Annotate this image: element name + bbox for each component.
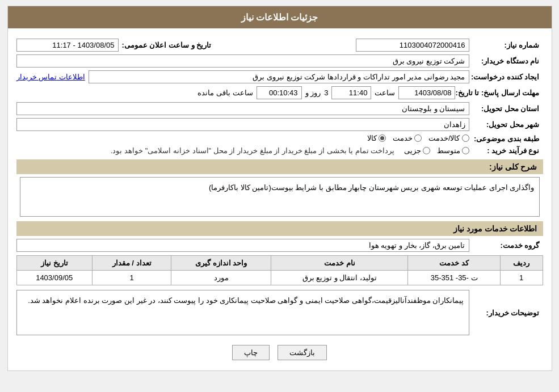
announce-date-value: 1403/08/05 - 11:17 (16, 39, 119, 52)
remaining-label: ساعت باقی مانده (197, 88, 253, 97)
category-option-goods: کالا (367, 134, 386, 142)
page-container: جزئیات اطلاعات نیاز شماره نیاز: 11030040… (7, 6, 552, 371)
buyer-notes-text: پیمانکاران موظفندآنالیزقیمت،گواهی صلاحیت… (16, 290, 469, 335)
city-row: شهر محل تحویل: زاهدان (16, 118, 543, 131)
process-option-medium: متوسط (437, 146, 469, 155)
table-cell-unit: مورد (171, 271, 271, 285)
reply-time-label: ساعت (375, 88, 395, 97)
creator-value: مجید رضوانی مدیر امور تداراکات و قرارداد… (16, 70, 469, 83)
province-input: سیستان و بلوچستان (16, 102, 469, 115)
summary-row: واگذاری اجرای عملیات توسعه شهری بریس شهر… (16, 177, 543, 217)
table-cell-code: ت -35- 351-35 (408, 271, 500, 285)
table-cell-name: تولید، انتقال و توزیع برق (271, 271, 408, 285)
table-cell-count: 1 (92, 271, 171, 285)
col-name: نام خدمت (271, 256, 408, 271)
buyer-notes-value: پیمانکاران موظفندآنالیزقیمت،گواهی صلاحیت… (16, 290, 469, 335)
process-radio-medium[interactable] (462, 147, 469, 154)
reply-day-label: روز و (305, 88, 321, 97)
col-row: ردیف (500, 256, 543, 271)
content-area: شماره نیاز: 1103004072000416 تاریخ و ساع… (8, 28, 552, 370)
print-button[interactable]: چاپ (232, 345, 270, 360)
buyer-notes-row: توضیحات خریدار: پیمانکاران موظفندآنالیزق… (16, 290, 543, 335)
city-value: زاهدان (16, 118, 469, 131)
province-label: استان محل تحویل: (469, 104, 543, 113)
category-radio-goods[interactable] (379, 134, 386, 142)
back-button[interactable]: بازگشت (278, 345, 327, 360)
category-options: کالا/خدمت خدمت کالا (16, 134, 469, 144)
summary-section-header: شرح کلی نیاز: (16, 159, 543, 174)
need-number-value: 1103004072000416 تاریخ و ساعت اعلان عموم… (16, 39, 469, 52)
reply-date: 1403/08/08 (398, 86, 455, 99)
city-label: شهر محل تحویل: (469, 120, 543, 129)
remaining-time: 00:10:43 (257, 86, 302, 99)
col-date: تاریخ نیاز (16, 256, 92, 271)
buyer-org-row: نام دستگاه خریدار: شرکت توزیع نیروی برق (16, 54, 543, 68)
reply-deadline-value: 1403/08/08 ساعت 11:40 3 روز و 00:10:43 س… (16, 86, 456, 99)
need-number-label: شماره نیاز: (469, 41, 543, 49)
process-row: نوع فرآیند خرید : متوسط جزیی پرداخت تمام… (16, 146, 543, 155)
creator-label: ایجاد کننده درخواست: (469, 73, 543, 81)
service-info-section-header: اطلاعات خدمات مورد نیاز (16, 221, 543, 236)
need-number-input: 1103004072000416 (356, 39, 469, 52)
category-option-goods-service: کالا/خدمت (428, 134, 469, 142)
reply-deadline-row: مهلت ارسال پاسخ: تا تاریخ: 1403/08/08 سا… (16, 86, 543, 99)
service-group-label: گروه خدمت: (469, 241, 543, 250)
process-radio-partial[interactable] (423, 147, 430, 154)
creator-contact-link[interactable]: اطلاعات تماس خریدار (16, 73, 85, 81)
table-header-row: ردیف کد خدمت نام خدمت واحد اندازه گیری ت… (16, 256, 543, 271)
summary-text: واگذاری اجرای عملیات توسعه شهری بریس شهر… (20, 177, 540, 217)
reply-time: 11:40 (331, 86, 371, 99)
buttons-row: بازگشت چاپ (16, 338, 543, 365)
service-group-row: گروه خدمت: تامین برق، گاز، بخار و تهویه … (16, 239, 543, 252)
creator-row: ایجاد کننده درخواست: مجید رضوانی مدیر ام… (16, 70, 543, 83)
process-note: پرداخت تمام یا بخشی از مبلغ خریدار از مب… (111, 146, 395, 155)
category-option-service: خدمت (393, 134, 422, 142)
service-info-label: اطلاعات خدمات مورد نیاز (453, 224, 537, 233)
announce-date-label: تاریخ و ساعت اعلان عمومی: (122, 41, 212, 49)
need-number-row: شماره نیاز: 1103004072000416 تاریخ و ساع… (16, 39, 543, 52)
buyer-notes-label: توضیحات خریدار: (469, 309, 543, 317)
table-cell-date: 1403/09/05 (16, 271, 92, 285)
creator-name: مجید رضوانی مدیر امور تداراکات و قرارداد… (89, 70, 469, 83)
province-row: استان محل تحویل: سیستان و بلوچستان (16, 102, 543, 115)
buyer-org-value: شرکت توزیع نیروی برق (16, 54, 469, 68)
reply-days-value: 3 (324, 88, 328, 97)
service-group-value: تامین برق، گاز، بخار و تهویه هوا (16, 239, 469, 252)
category-row: طبقه بندی موضوعی: کالا/خدمت خدمت کالا (16, 134, 543, 144)
process-options: متوسط جزیی پرداخت تمام یا بخشی از مبلغ خ… (16, 146, 469, 155)
city-input: زاهدان (16, 118, 469, 131)
category-label: طبقه بندی موضوعی: (469, 134, 543, 143)
buyer-org-input: شرکت توزیع نیروی برق (16, 54, 469, 68)
process-option-partial: جزیی (404, 146, 430, 155)
page-title: جزئیات اطلاعات نیاز (241, 12, 318, 22)
buyer-org-label: نام دستگاه خریدار: (469, 57, 543, 65)
summary-label: شرح کلی نیاز: (489, 162, 537, 171)
col-count: تعداد / مقدار (92, 256, 171, 271)
page-header: جزئیات اطلاعات نیاز (8, 6, 552, 28)
col-unit: واحد اندازه گیری (171, 256, 271, 271)
service-group-input: تامین برق، گاز، بخار و تهویه هوا (16, 239, 469, 252)
col-code: کد خدمت (408, 256, 500, 271)
category-radio-service[interactable] (414, 134, 422, 142)
process-label: نوع فرآیند خرید : (469, 146, 543, 155)
reply-deadline-label: مهلت ارسال پاسخ: تا تاریخ: (455, 88, 543, 97)
category-radio-goods-service[interactable] (462, 134, 469, 142)
table-row: 1ت -35- 351-35تولید، انتقال و توزیع برقم… (16, 271, 543, 285)
service-table: ردیف کد خدمت نام خدمت واحد اندازه گیری ت… (16, 255, 543, 285)
table-cell-row: 1 (500, 271, 543, 285)
province-value: سیستان و بلوچستان (16, 102, 469, 115)
